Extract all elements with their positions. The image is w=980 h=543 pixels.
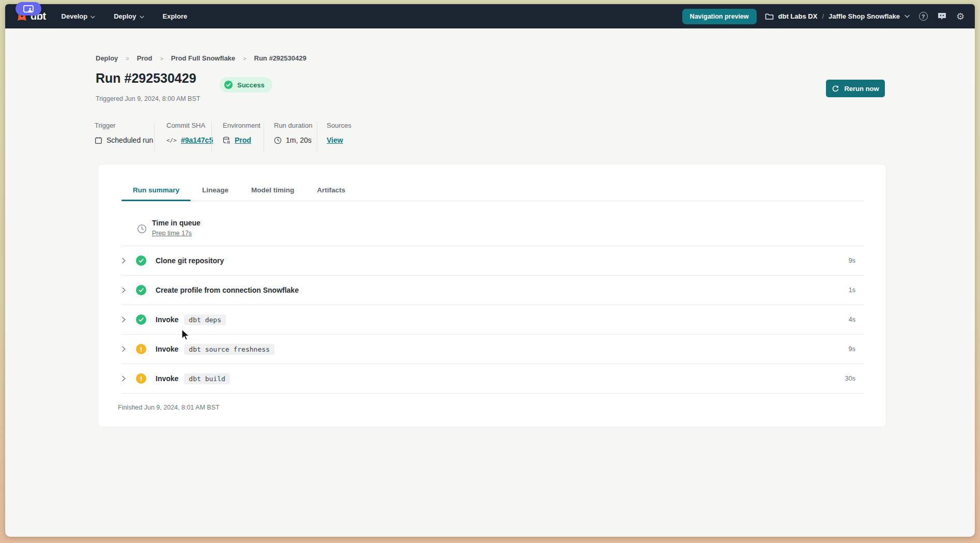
folder-icon	[765, 12, 774, 20]
meta-value-text: Scheduled run	[106, 136, 153, 144]
step-duration: 9s	[849, 345, 855, 353]
refresh-icon	[832, 85, 839, 93]
screen-share-icon	[23, 5, 34, 13]
finished-timestamp: Finished Jun 9, 2024, 8:01 AM BST	[118, 404, 220, 411]
rerun-now-button[interactable]: Rerun now	[826, 80, 885, 97]
top-navbar: dbt DevelopDeployExplore Navigation prev…	[5, 4, 975, 28]
calendar-icon	[95, 137, 102, 144]
time-in-queue-section: Time in queue Prep time 17s	[137, 219, 201, 237]
breadcrumb-item[interactable]: Deploy	[96, 54, 118, 62]
clock-icon	[274, 137, 282, 144]
desktop-background: dbt DevelopDeployExplore Navigation prev…	[0, 0, 980, 543]
meta-value: </>#9a147c5	[166, 136, 213, 144]
tab-artifacts[interactable]: Artifacts	[305, 180, 357, 201]
run-steps-list: Clone git repository9sCreate profile fro…	[121, 246, 864, 394]
breadcrumb-separator: >	[160, 55, 163, 62]
meta-value-text: 1m, 20s	[286, 136, 312, 144]
step-command-chip: dbt deps	[184, 314, 226, 325]
tab-run-summary[interactable]: Run summary	[121, 180, 191, 201]
step-duration: 30s	[845, 375, 855, 382]
meta-value: Prod	[223, 136, 261, 144]
meta-value: View	[327, 136, 351, 144]
meta-value: Scheduled run	[95, 136, 153, 144]
step-row: Clone git repository9s	[121, 246, 864, 276]
chevron-down-icon	[905, 14, 910, 18]
main-nav-menus: DevelopDeployExplore	[62, 12, 188, 20]
warning-icon: !	[136, 344, 146, 354]
meta-label: Run duration	[274, 122, 312, 129]
step-command-chip: dbt build	[184, 373, 229, 384]
meta-commit-sha: Commit SHA</>#9a147c5	[166, 122, 213, 144]
expand-chevron-right-icon[interactable]	[121, 375, 133, 382]
account-project-switcher[interactable]: dbt Labs DX / Jaffle Shop Snowflake	[765, 12, 910, 20]
meta-trigger: TriggerScheduled run	[95, 122, 153, 144]
navigation-preview-button[interactable]: Navigation preview	[682, 9, 757, 24]
rerun-now-label: Rerun now	[844, 85, 879, 93]
breadcrumb-separator: >	[126, 55, 129, 62]
breadcrumb-separator: >	[243, 55, 246, 62]
nav-menu-label: Develop	[62, 12, 88, 20]
meta-value-link[interactable]: #9a147c5	[181, 136, 213, 144]
tab-bar: Run summaryLineageModel timingArtifacts	[121, 180, 864, 201]
step-label: Invoke	[156, 345, 178, 353]
meta-divider	[154, 122, 155, 152]
expand-chevron-right-icon[interactable]	[121, 258, 133, 264]
status-badge-label: Success	[237, 81, 265, 89]
step-label: Clone git repository	[156, 257, 224, 265]
expand-chevron-right-icon[interactable]	[121, 346, 133, 352]
meta-value-link[interactable]: View	[327, 136, 343, 144]
screen-share-badge[interactable]	[16, 2, 41, 16]
account-separator: /	[822, 12, 824, 20]
database-icon	[223, 137, 231, 144]
step-duration: 4s	[849, 316, 855, 323]
navbar-right: Navigation preview dbt Labs DX / Jaffle …	[682, 9, 966, 24]
project-name: Jaffle Shop Snowflake	[829, 12, 900, 20]
nav-menu-label: Explore	[163, 12, 188, 20]
tab-lineage[interactable]: Lineage	[191, 180, 240, 201]
nav-menu-deploy[interactable]: Deploy	[114, 12, 144, 20]
meta-divider	[211, 122, 212, 152]
status-badge: Success	[220, 77, 272, 93]
nav-menu-label: Deploy	[114, 12, 136, 20]
meta-value-link[interactable]: Prod	[235, 136, 251, 144]
meta-value: 1m, 20s	[274, 136, 312, 144]
help-icon: ?	[919, 12, 928, 21]
step-row: !Invokedbt build30s	[121, 364, 864, 394]
meta-label: Sources	[327, 122, 351, 129]
help-button[interactable]: ?	[918, 11, 928, 22]
nav-menu-develop[interactable]: Develop	[62, 12, 96, 20]
success-check-icon	[136, 285, 146, 295]
step-duration: 1s	[849, 286, 855, 294]
breadcrumb-item[interactable]: Prod	[137, 54, 152, 62]
feedback-button[interactable]	[937, 11, 947, 22]
time-in-queue-title: Time in queue	[152, 219, 201, 227]
breadcrumb-item[interactable]: Prod Full Snowflake	[171, 54, 235, 62]
breadcrumb: Deploy>Prod>Prod Full Snowflake>Run #292…	[96, 54, 307, 62]
meta-label: Environment	[223, 122, 261, 129]
step-row: Invokedbt deps4s	[121, 305, 864, 335]
step-label: Invoke	[156, 315, 178, 324]
meta-label: Commit SHA	[166, 122, 213, 129]
tab-model-timing[interactable]: Model timing	[240, 180, 305, 201]
app-window: dbt DevelopDeployExplore Navigation prev…	[5, 4, 975, 537]
code-icon: </>	[166, 137, 177, 144]
step-row: !Invokedbt source freshness9s	[121, 335, 864, 364]
expand-chevron-right-icon[interactable]	[121, 287, 133, 293]
settings-button[interactable]: ⚙	[955, 11, 966, 22]
breadcrumb-item[interactable]: Run #292530429	[254, 54, 307, 62]
expand-chevron-right-icon[interactable]	[121, 316, 133, 323]
step-label: Create profile from connection Snowflake	[156, 286, 299, 294]
nav-menu-explore[interactable]: Explore	[163, 12, 188, 20]
chevron-down-icon	[140, 12, 144, 20]
page-content: Deploy>Prod>Prod Full Snowflake>Run #292…	[5, 28, 975, 537]
run-summary-card: Run summaryLineageModel timingArtifacts …	[98, 164, 886, 427]
clock-icon	[137, 224, 147, 234]
feedback-chat-icon	[937, 12, 947, 21]
meta-sources: SourcesView	[327, 122, 351, 144]
meta-divider	[317, 122, 317, 152]
step-label: Invoke	[156, 374, 178, 383]
prep-time-link[interactable]: Prep time 17s	[152, 230, 201, 237]
success-check-icon	[136, 314, 146, 325]
step-duration: 9s	[849, 257, 855, 264]
meta-label: Trigger	[95, 122, 153, 129]
